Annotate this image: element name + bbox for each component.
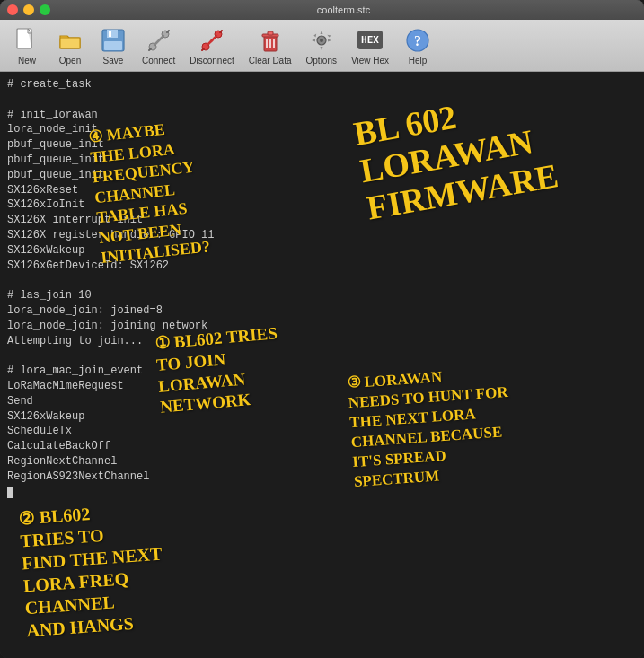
window-title: coolterm.stc (50, 4, 637, 15)
save-icon (99, 26, 128, 55)
svg-rect-6 (109, 31, 111, 37)
save-button[interactable]: Save (93, 22, 133, 69)
traffic-lights (7, 4, 50, 15)
toolbar: New Open Save (0, 20, 644, 72)
new-label: New (18, 56, 36, 66)
close-button[interactable] (7, 4, 18, 15)
maximize-button[interactable] (40, 4, 50, 15)
svg-text:?: ? (414, 33, 421, 48)
disconnect-button[interactable]: Disconnect (184, 22, 239, 69)
options-button[interactable]: Options (301, 22, 342, 69)
clear-data-button[interactable]: Clear Data (243, 22, 297, 69)
svg-point-26 (320, 39, 323, 42)
connect-label: Connect (142, 56, 175, 66)
view-hex-button[interactable]: HEX View Hex (346, 22, 394, 69)
svg-line-16 (202, 48, 204, 50)
options-icon (307, 26, 336, 55)
annotation-bl602-find-freq: ② BL602TRIES TOFIND THE NEXTLORA FREQCHA… (18, 498, 167, 643)
new-icon (13, 26, 41, 55)
view-hex-label: View Hex (351, 56, 389, 66)
clear-data-icon (256, 26, 285, 55)
svg-line-10 (154, 36, 163, 45)
minimize-button[interactable] (23, 4, 34, 15)
terminal-output: # create_task # init_lorawan lora_node_i… (7, 77, 637, 499)
svg-rect-21 (268, 31, 273, 35)
svg-line-11 (149, 48, 151, 50)
open-icon (56, 26, 84, 55)
clear-data-label: Clear Data (249, 56, 292, 66)
disconnect-label: Disconnect (190, 56, 234, 66)
disconnect-icon (198, 26, 226, 55)
help-button[interactable]: ? Help (398, 22, 437, 69)
svg-line-18 (211, 36, 216, 41)
options-label: Options (306, 56, 337, 66)
open-button[interactable]: Open (50, 22, 90, 69)
main-window: coolterm.stc New Open (0, 0, 644, 658)
svg-rect-7 (104, 41, 122, 50)
save-label: Save (103, 56, 124, 66)
svg-line-12 (167, 31, 169, 32)
svg-rect-5 (107, 30, 118, 38)
connect-icon (145, 26, 173, 55)
svg-rect-3 (60, 38, 80, 48)
new-button[interactable]: New (7, 22, 47, 69)
help-label: Help (409, 56, 428, 66)
title-bar: coolterm.stc (0, 0, 644, 20)
terminal-area[interactable]: # create_task # init_lorawan lora_node_i… (0, 72, 644, 658)
svg-line-17 (220, 31, 222, 32)
help-icon: ? (403, 26, 432, 55)
connect-button[interactable]: Connect (137, 22, 181, 69)
view-hex-icon: HEX (356, 26, 384, 55)
open-label: Open (59, 56, 81, 66)
